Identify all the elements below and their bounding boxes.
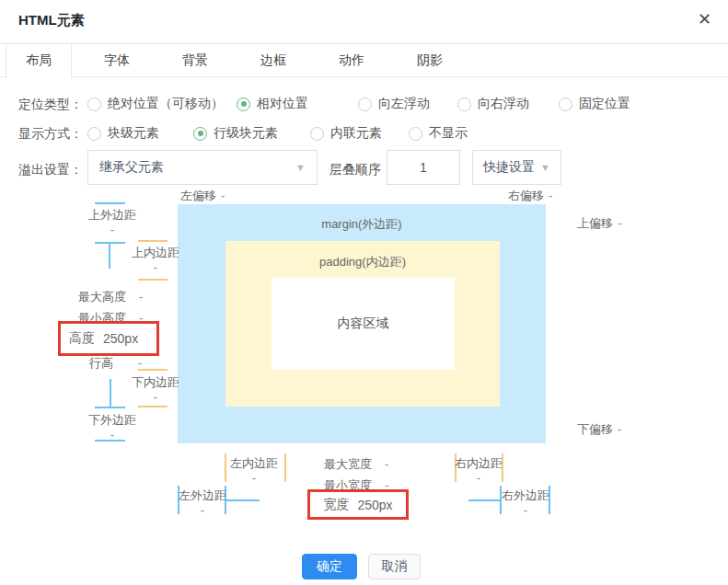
top-offset-label: 上偏移- <box>577 215 621 232</box>
bottom-margin-label: 下外边距- <box>88 413 136 442</box>
tab-layout[interactable]: 布局 <box>6 44 72 78</box>
line-height-label: 行高- <box>89 355 142 372</box>
radio-icon <box>310 127 324 141</box>
display-mode-label: 显示方式： <box>18 126 83 143</box>
margin-caption: margin(外边距) <box>321 217 401 231</box>
tick-line <box>138 406 168 407</box>
radio-inline-element[interactable]: 内联元素 <box>310 125 382 142</box>
dialog-title: HTML元素 <box>18 12 85 29</box>
tick-line <box>226 499 260 501</box>
height-label: 高度 <box>69 330 95 347</box>
radio-icon <box>87 98 101 111</box>
tab-border[interactable]: 边框 <box>240 44 306 76</box>
height-value: 250px <box>103 331 138 346</box>
tick-line <box>138 279 168 281</box>
radio-float-left[interactable]: 向左浮动 <box>358 96 430 112</box>
ok-button[interactable]: 确定 <box>302 554 357 579</box>
right-offset-label: 右偏移- <box>508 188 552 204</box>
radio-float-right[interactable]: 向右浮动 <box>457 96 529 112</box>
tick-line <box>284 453 286 482</box>
width-value: 250px <box>357 498 392 512</box>
height-highlight-box: 高度 250px <box>58 321 159 356</box>
radio-fixed-position[interactable]: 固定位置 <box>559 96 630 112</box>
tab-action[interactable]: 动作 <box>318 44 385 76</box>
quick-set-select[interactable]: 快捷设置 ▼ <box>472 150 561 185</box>
radio-inline-block-element[interactable]: 行级块元素 <box>193 125 278 142</box>
tick-line <box>110 379 111 407</box>
tab-bar: 布局 字体 背景 边框 动作 阴影 <box>0 44 728 77</box>
tick-line <box>138 369 168 371</box>
radio-icon <box>457 98 471 111</box>
left-offset-label: 左偏移- <box>180 188 225 204</box>
tick-line <box>95 407 125 408</box>
bottom-padding-label: 下内边距- <box>132 375 179 404</box>
content-area: 内容区域 <box>272 278 455 370</box>
tab-font[interactable]: 字体 <box>84 44 150 76</box>
cancel-button[interactable]: 取消 <box>368 554 421 579</box>
radio-icon <box>409 127 422 141</box>
width-highlight-box: 宽度 250px <box>307 489 409 520</box>
tab-shadow[interactable]: 阴影 <box>397 44 463 76</box>
max-width-label: 最大宽度- <box>324 456 388 473</box>
tab-background[interactable]: 背景 <box>162 44 228 76</box>
radio-relative-position[interactable]: 相对位置 <box>237 96 308 112</box>
chevron-down-icon: ▼ <box>540 162 550 173</box>
tick-line <box>95 202 125 204</box>
tick-line <box>109 242 110 269</box>
content-caption: 内容区域 <box>338 315 389 332</box>
radio-icon <box>193 127 207 141</box>
close-icon[interactable]: ✕ <box>698 9 711 29</box>
z-index-label: 层叠顺序 <box>329 162 381 178</box>
tick-line <box>225 453 226 482</box>
html-element-dialog: HTML元素 ✕ 布局 字体 背景 边框 动作 阴影 定位类型： 绝对位置（可移… <box>0 0 728 585</box>
overflow-select[interactable]: 继承父元素 ▼ <box>87 150 318 185</box>
radio-icon <box>559 98 572 111</box>
bottom-offset-label: 下偏移- <box>577 421 621 438</box>
position-type-label: 定位类型： <box>18 97 83 113</box>
radio-absolute-position[interactable]: 绝对位置（可移动） <box>87 96 224 112</box>
tick-line <box>138 240 168 242</box>
tick-line <box>468 499 500 501</box>
overflow-label: 溢出设置： <box>18 162 83 178</box>
padding-caption: padding(内边距) <box>319 255 406 269</box>
radio-icon <box>87 127 101 141</box>
tick-line <box>95 440 125 442</box>
radio-block-element[interactable]: 块级元素 <box>87 125 159 142</box>
right-padding-label: 右内边距- <box>455 456 503 485</box>
left-padding-label: 左内边距- <box>230 456 278 485</box>
overflow-select-value: 继承父元素 <box>99 159 164 176</box>
z-index-input[interactable] <box>387 150 460 185</box>
radio-no-display[interactable]: 不显示 <box>409 125 468 142</box>
quick-set-label: 快捷设置 <box>483 159 535 176</box>
max-height-label: 最大高度- <box>78 289 143 305</box>
top-padding-label: 上内边距- <box>132 246 179 274</box>
radio-icon <box>358 98 372 111</box>
radio-icon <box>237 98 250 111</box>
width-label: 宽度 <box>323 497 349 513</box>
right-margin-label: 右外边距- <box>502 488 549 517</box>
top-margin-label: 上外边距- <box>88 208 136 236</box>
left-margin-label: 左外边距- <box>179 488 226 517</box>
chevron-down-icon: ▼ <box>295 162 306 173</box>
